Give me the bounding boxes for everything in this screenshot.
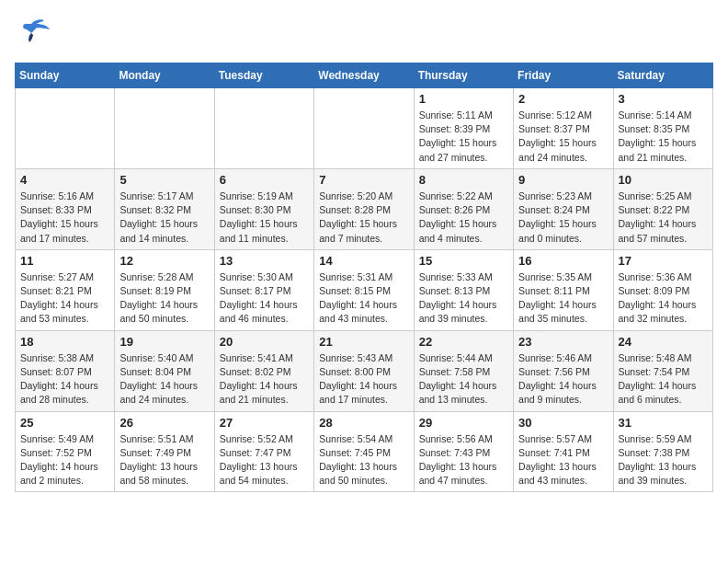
day-number: 28 bbox=[319, 416, 408, 430]
day-number: 31 bbox=[619, 416, 708, 430]
day-info: Sunrise: 5:59 AM Sunset: 7:38 PM Dayligh… bbox=[619, 432, 708, 488]
day-info: Sunrise: 5:12 AM Sunset: 8:37 PM Dayligh… bbox=[518, 109, 608, 165]
calendar-cell: 6Sunrise: 5:19 AM Sunset: 8:30 PM Daylig… bbox=[214, 168, 313, 249]
day-info: Sunrise: 5:20 AM Sunset: 8:28 PM Dayligh… bbox=[319, 190, 408, 246]
day-info: Sunrise: 5:11 AM Sunset: 8:39 PM Dayligh… bbox=[419, 109, 508, 165]
day-info: Sunrise: 5:16 AM Sunset: 8:33 PM Dayligh… bbox=[20, 190, 109, 246]
day-info: Sunrise: 5:48 AM Sunset: 7:54 PM Dayligh… bbox=[619, 351, 708, 408]
day-info: Sunrise: 5:23 AM Sunset: 8:24 PM Dayligh… bbox=[518, 190, 608, 246]
calendar-cell: 15Sunrise: 5:33 AM Sunset: 8:13 PM Dayli… bbox=[414, 249, 513, 330]
day-number: 26 bbox=[119, 416, 209, 430]
day-info: Sunrise: 5:54 AM Sunset: 7:45 PM Dayligh… bbox=[319, 432, 408, 488]
calendar-week-row: 4Sunrise: 5:16 AM Sunset: 8:33 PM Daylig… bbox=[16, 168, 713, 249]
logo-icon bbox=[15, 15, 51, 52]
calendar-cell: 22Sunrise: 5:44 AM Sunset: 7:58 PM Dayli… bbox=[414, 330, 513, 411]
day-of-week-header: Friday bbox=[514, 63, 613, 88]
calendar-cell: 29Sunrise: 5:56 AM Sunset: 7:43 PM Dayli… bbox=[414, 411, 513, 492]
day-info: Sunrise: 5:57 AM Sunset: 7:41 PM Dayligh… bbox=[518, 432, 608, 488]
day-info: Sunrise: 5:49 AM Sunset: 7:52 PM Dayligh… bbox=[20, 432, 109, 488]
calendar-cell: 10Sunrise: 5:25 AM Sunset: 8:22 PM Dayli… bbox=[613, 168, 712, 249]
calendar-cell bbox=[314, 88, 414, 169]
calendar-cell: 12Sunrise: 5:28 AM Sunset: 8:19 PM Dayli… bbox=[115, 249, 214, 330]
day-number: 16 bbox=[518, 254, 608, 268]
day-number: 6 bbox=[220, 173, 309, 187]
day-number: 1 bbox=[419, 92, 508, 106]
day-number: 4 bbox=[20, 173, 109, 187]
day-info: Sunrise: 5:30 AM Sunset: 8:17 PM Dayligh… bbox=[220, 270, 309, 327]
day-info: Sunrise: 5:17 AM Sunset: 8:32 PM Dayligh… bbox=[119, 190, 209, 246]
day-of-week-header: Wednesday bbox=[314, 63, 414, 88]
day-number: 17 bbox=[619, 254, 708, 268]
calendar-cell: 13Sunrise: 5:30 AM Sunset: 8:17 PM Dayli… bbox=[214, 249, 313, 330]
logo bbox=[15, 15, 57, 52]
day-number: 7 bbox=[319, 173, 408, 187]
day-info: Sunrise: 5:52 AM Sunset: 7:47 PM Dayligh… bbox=[220, 432, 309, 488]
calendar-cell: 11Sunrise: 5:27 AM Sunset: 8:21 PM Dayli… bbox=[16, 249, 115, 330]
calendar-cell: 20Sunrise: 5:41 AM Sunset: 8:02 PM Dayli… bbox=[214, 330, 313, 411]
day-number: 10 bbox=[619, 173, 708, 187]
day-number: 18 bbox=[20, 335, 109, 349]
day-info: Sunrise: 5:36 AM Sunset: 8:09 PM Dayligh… bbox=[619, 270, 708, 327]
day-number: 25 bbox=[20, 416, 109, 430]
calendar-cell: 16Sunrise: 5:35 AM Sunset: 8:11 PM Dayli… bbox=[514, 249, 613, 330]
day-info: Sunrise: 5:40 AM Sunset: 8:04 PM Dayligh… bbox=[119, 351, 209, 408]
day-number: 30 bbox=[518, 416, 608, 430]
calendar-cell: 18Sunrise: 5:38 AM Sunset: 8:07 PM Dayli… bbox=[16, 330, 115, 411]
calendar-table: SundayMondayTuesdayWednesdayThursdayFrid… bbox=[15, 63, 713, 492]
calendar-week-row: 1Sunrise: 5:11 AM Sunset: 8:39 PM Daylig… bbox=[16, 88, 713, 169]
calendar-week-row: 18Sunrise: 5:38 AM Sunset: 8:07 PM Dayli… bbox=[16, 330, 713, 411]
day-info: Sunrise: 5:46 AM Sunset: 7:56 PM Dayligh… bbox=[518, 351, 608, 408]
day-info: Sunrise: 5:38 AM Sunset: 8:07 PM Dayligh… bbox=[20, 351, 109, 408]
calendar-cell: 1Sunrise: 5:11 AM Sunset: 8:39 PM Daylig… bbox=[414, 88, 513, 169]
calendar-week-row: 11Sunrise: 5:27 AM Sunset: 8:21 PM Dayli… bbox=[16, 249, 713, 330]
day-number: 15 bbox=[419, 254, 508, 268]
svg-rect-0 bbox=[15, 15, 51, 52]
day-of-week-header: Sunday bbox=[16, 63, 115, 88]
day-info: Sunrise: 5:28 AM Sunset: 8:19 PM Dayligh… bbox=[119, 270, 209, 327]
day-number: 12 bbox=[119, 254, 209, 268]
calendar-cell: 8Sunrise: 5:22 AM Sunset: 8:26 PM Daylig… bbox=[414, 168, 513, 249]
day-number: 8 bbox=[419, 173, 508, 187]
calendar-cell: 26Sunrise: 5:51 AM Sunset: 7:49 PM Dayli… bbox=[115, 411, 214, 492]
day-number: 5 bbox=[119, 173, 209, 187]
day-of-week-header: Saturday bbox=[613, 63, 712, 88]
day-info: Sunrise: 5:22 AM Sunset: 8:26 PM Dayligh… bbox=[419, 190, 508, 246]
day-of-week-header: Thursday bbox=[414, 63, 513, 88]
day-number: 13 bbox=[220, 254, 309, 268]
calendar-cell: 25Sunrise: 5:49 AM Sunset: 7:52 PM Dayli… bbox=[16, 411, 115, 492]
day-number: 21 bbox=[319, 335, 408, 349]
day-number: 3 bbox=[619, 92, 708, 106]
calendar-cell: 7Sunrise: 5:20 AM Sunset: 8:28 PM Daylig… bbox=[314, 168, 414, 249]
day-number: 27 bbox=[220, 416, 309, 430]
day-number: 2 bbox=[518, 92, 608, 106]
calendar-week-row: 25Sunrise: 5:49 AM Sunset: 7:52 PM Dayli… bbox=[16, 411, 713, 492]
day-of-week-header: Tuesday bbox=[214, 63, 313, 88]
day-info: Sunrise: 5:41 AM Sunset: 8:02 PM Dayligh… bbox=[220, 351, 309, 408]
calendar-cell: 17Sunrise: 5:36 AM Sunset: 8:09 PM Dayli… bbox=[613, 249, 712, 330]
day-of-week-header: Monday bbox=[115, 63, 214, 88]
day-info: Sunrise: 5:27 AM Sunset: 8:21 PM Dayligh… bbox=[20, 270, 109, 327]
calendar-cell: 21Sunrise: 5:43 AM Sunset: 8:00 PM Dayli… bbox=[314, 330, 414, 411]
day-number: 11 bbox=[20, 254, 109, 268]
calendar-cell: 24Sunrise: 5:48 AM Sunset: 7:54 PM Dayli… bbox=[613, 330, 712, 411]
day-info: Sunrise: 5:43 AM Sunset: 8:00 PM Dayligh… bbox=[319, 351, 408, 408]
calendar-cell: 4Sunrise: 5:16 AM Sunset: 8:33 PM Daylig… bbox=[16, 168, 115, 249]
day-number: 22 bbox=[419, 335, 508, 349]
day-info: Sunrise: 5:19 AM Sunset: 8:30 PM Dayligh… bbox=[220, 190, 309, 246]
calendar-cell bbox=[214, 88, 313, 169]
calendar-cell: 30Sunrise: 5:57 AM Sunset: 7:41 PM Dayli… bbox=[514, 411, 613, 492]
day-number: 20 bbox=[220, 335, 309, 349]
calendar-cell: 28Sunrise: 5:54 AM Sunset: 7:45 PM Dayli… bbox=[314, 411, 414, 492]
day-info: Sunrise: 5:31 AM Sunset: 8:15 PM Dayligh… bbox=[319, 270, 408, 327]
calendar-cell: 27Sunrise: 5:52 AM Sunset: 7:47 PM Dayli… bbox=[214, 411, 313, 492]
calendar-cell: 23Sunrise: 5:46 AM Sunset: 7:56 PM Dayli… bbox=[514, 330, 613, 411]
day-number: 29 bbox=[419, 416, 508, 430]
day-info: Sunrise: 5:35 AM Sunset: 8:11 PM Dayligh… bbox=[518, 270, 608, 327]
calendar-cell: 9Sunrise: 5:23 AM Sunset: 8:24 PM Daylig… bbox=[514, 168, 613, 249]
day-info: Sunrise: 5:51 AM Sunset: 7:49 PM Dayligh… bbox=[119, 432, 209, 488]
calendar-cell bbox=[115, 88, 214, 169]
calendar-cell bbox=[16, 88, 115, 169]
day-info: Sunrise: 5:56 AM Sunset: 7:43 PM Dayligh… bbox=[419, 432, 508, 488]
calendar-cell: 2Sunrise: 5:12 AM Sunset: 8:37 PM Daylig… bbox=[514, 88, 613, 169]
day-number: 24 bbox=[619, 335, 708, 349]
